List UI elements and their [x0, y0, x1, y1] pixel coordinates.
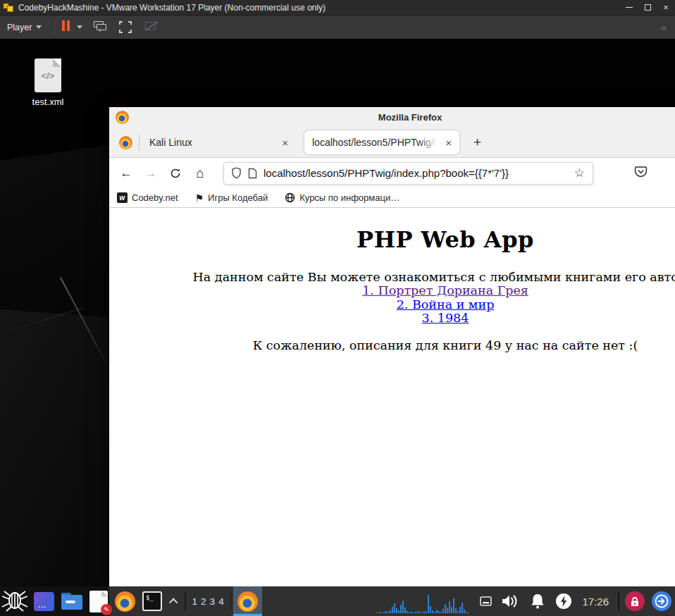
firefox-titlebar[interactable]: Mozilla Firefox — [109, 107, 675, 128]
panel-expand-button[interactable] — [166, 586, 182, 616]
app-grid-icon: … — [34, 592, 54, 611]
graph-bar — [400, 605, 402, 613]
reload-icon — [170, 168, 181, 179]
firefox-launcher-button[interactable] — [112, 586, 138, 616]
tab-localhost-active[interactable]: localhost/lesson5/PHPTwig/i × — [304, 130, 459, 154]
book-link-1[interactable]: 1. Портрет Дориана Грея — [362, 283, 528, 297]
notification-bell-icon[interactable] — [524, 586, 551, 616]
fullscreen-button[interactable] — [119, 21, 133, 33]
pocket-icon[interactable] — [634, 166, 648, 181]
firefox-icon — [115, 591, 135, 612]
bookmark-star-icon[interactable]: ☆ — [572, 166, 587, 180]
file-manager-button[interactable] — [58, 586, 85, 616]
graph-bar — [381, 612, 383, 613]
display-tray-icon[interactable] — [475, 586, 496, 616]
new-tab-button[interactable]: + — [468, 133, 487, 152]
vmware-window-title: CodebyHackMashine - VMware Workstation 1… — [18, 3, 326, 13]
home-button[interactable]: ⌂ — [190, 163, 211, 184]
chevron-down-icon — [36, 25, 42, 29]
firefox-window-title: Mozilla Firefox — [109, 107, 675, 128]
logout-button[interactable] — [652, 591, 671, 611]
bookmark-codeby[interactable]: w Codeby.net — [117, 192, 178, 203]
firefox-view-button[interactable] — [119, 136, 132, 149]
flag-icon: ⚑ — [195, 193, 204, 203]
file-label: test.xml — [24, 97, 72, 107]
power-manager-icon[interactable] — [551, 586, 576, 616]
forward-button-disabled: → — [140, 163, 161, 184]
book-link-2[interactable]: 2. Война и мир — [397, 297, 495, 312]
graph-bar — [392, 607, 393, 613]
suspend-vm-button[interactable] — [62, 20, 82, 34]
network-graph[interactable] — [377, 589, 469, 613]
lock-screen-button[interactable] — [625, 591, 645, 611]
shield-icon[interactable] — [231, 167, 242, 179]
arrow-down-icon: ↓ — [98, 25, 101, 33]
vmware-toolbar: Player ↓ « — [0, 16, 675, 39]
vmware-maximize-button[interactable] — [638, 0, 657, 15]
workspace-1[interactable]: 1 — [192, 596, 198, 607]
workspace-2[interactable]: 2 — [201, 596, 206, 607]
graph-bar — [415, 612, 416, 613]
intro-text: На данном сайте Вы можете ознакомиться с… — [193, 270, 675, 284]
terminal-icon: $_ — [142, 591, 162, 611]
not-found-message: К сожалению, описания для книги 49 у нас… — [109, 338, 675, 352]
applications-menu-button[interactable] — [0, 586, 30, 616]
graph-bar — [388, 612, 389, 613]
graph-bar — [385, 611, 387, 613]
document-icon: ✎ — [89, 591, 108, 612]
clock[interactable]: 17:26 — [582, 596, 609, 608]
graph-bar — [396, 608, 397, 613]
graph-bar — [407, 611, 408, 613]
player-menu-button[interactable]: Player — [0, 23, 47, 32]
app-launcher-button[interactable]: … — [30, 586, 58, 616]
graph-bar — [379, 612, 380, 613]
xml-file-icon: </> — [35, 58, 61, 92]
terminal-launcher-button[interactable]: $_ — [138, 586, 166, 616]
graph-bar — [404, 608, 406, 613]
graph-bar — [449, 601, 450, 613]
send-to-monitor-button[interactable]: ↓ — [94, 21, 108, 33]
page-info-icon[interactable] — [248, 168, 257, 179]
workspace-4[interactable]: 4 — [218, 596, 224, 607]
close-tab-icon[interactable]: × — [442, 136, 455, 149]
minimize-icon — [626, 7, 633, 8]
volume-icon[interactable] — [496, 586, 524, 616]
bookmark-label: Игры Кодебай — [208, 192, 268, 203]
workspace-3[interactable]: 3 — [210, 596, 216, 607]
graph-bar — [466, 612, 467, 613]
unity-mode-button-disabled — [144, 21, 159, 33]
workspace-pager[interactable]: 1 2 3 4 — [188, 596, 228, 607]
url-bar[interactable]: localhost/lesson5/PHPTwig/index.php?book… — [223, 162, 593, 185]
bookmark-kursy[interactable]: Курсы по информаци… — [285, 192, 400, 203]
desktop-file-testxml[interactable]: </> test.xml — [24, 58, 72, 107]
chevron-up-icon — [168, 598, 178, 607]
graph-bar — [417, 611, 419, 613]
kali-taskbar: … ✎ $_ 1 2 3 4 — [0, 586, 675, 616]
text-editor-button[interactable]: ✎ — [85, 586, 111, 616]
graph-bar — [447, 608, 448, 613]
book-link-3[interactable]: 3. 1984 — [422, 311, 469, 325]
bookmark-igry-codebay[interactable]: ⚑ Игры Кодебай — [195, 192, 268, 203]
collapse-toolbar-button[interactable]: « — [661, 21, 667, 33]
graph-bar — [377, 612, 378, 613]
graph-bar — [398, 610, 400, 613]
vmware-minimize-button[interactable] — [620, 0, 638, 15]
graph-bar — [455, 608, 457, 613]
firefox-window-button-active[interactable] — [233, 586, 262, 616]
close-tab-icon[interactable]: × — [278, 136, 292, 149]
padlock-icon — [630, 596, 640, 607]
back-button[interactable]: ← — [116, 163, 137, 184]
vmware-titlebar: CodebyHackMashine - VMware Workstation 1… — [0, 0, 675, 16]
graph-bar — [464, 610, 465, 613]
firefox-window: Mozilla Firefox Kali Linux × localhost/l… — [109, 107, 675, 586]
chevron-down-icon — [77, 25, 82, 29]
url-input[interactable]: localhost/lesson5/PHPTwig/index.php?book… — [264, 167, 572, 179]
tab-label: Kali Linux — [149, 137, 278, 148]
reload-button[interactable] — [165, 163, 186, 184]
tab-kali-linux[interactable]: Kali Linux × — [140, 128, 299, 157]
graph-bar — [426, 612, 427, 613]
graph-bar — [434, 612, 435, 613]
graph-bar — [432, 610, 433, 613]
bookmarks-toolbar: w Codeby.net ⚑ Игры Кодебай Курсы по инф… — [109, 188, 675, 208]
vmware-close-button[interactable]: × — [657, 0, 675, 15]
